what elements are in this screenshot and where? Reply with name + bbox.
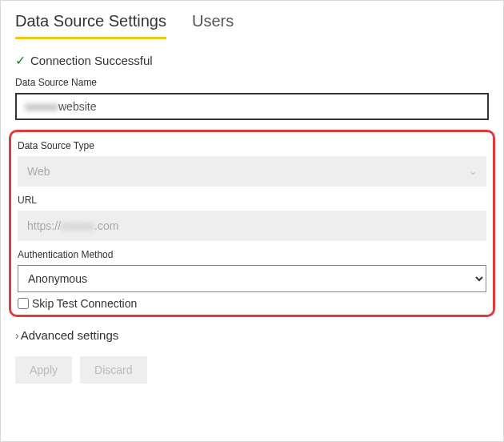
connection-status: ✓ Connection Successful xyxy=(15,54,489,67)
settings-window: Data Source Settings Users ✓ Connection … xyxy=(0,0,504,442)
discard-button[interactable]: Discard xyxy=(80,356,146,384)
connection-status-text: Connection Successful xyxy=(30,54,153,67)
skip-test-connection-label: Skip Test Connection xyxy=(32,297,137,310)
chevron-right-icon: › xyxy=(15,329,19,342)
skip-test-connection-row[interactable]: Skip Test Connection xyxy=(18,297,486,310)
name-suffix: website xyxy=(58,100,96,113)
auth-method-label: Authentication Method xyxy=(18,249,486,260)
url-value: https://xxxxxx.com xyxy=(27,219,118,232)
data-source-name-input[interactable]: xxxxxx website xyxy=(15,93,489,120)
url-label: URL xyxy=(18,195,486,206)
advanced-settings-label: Advanced settings xyxy=(21,328,119,342)
skip-test-connection-checkbox[interactable] xyxy=(18,298,29,309)
tab-data-source-settings[interactable]: Data Source Settings xyxy=(15,7,166,39)
apply-button[interactable]: Apply xyxy=(15,356,72,384)
data-source-type-label: Data Source Type xyxy=(18,140,486,151)
advanced-settings-toggle[interactable]: › Advanced settings xyxy=(15,328,489,342)
data-source-type-value: Web xyxy=(27,165,50,178)
action-buttons: Apply Discard xyxy=(15,356,489,384)
url-input[interactable]: https://xxxxxx.com xyxy=(18,211,486,241)
data-source-type-select[interactable]: Web ⌄ xyxy=(18,156,486,187)
auth-method-select[interactable]: Anonymous xyxy=(18,265,486,292)
data-source-name-label: Data Source Name xyxy=(15,77,489,88)
chevron-down-icon: ⌄ xyxy=(469,166,477,177)
check-icon: ✓ xyxy=(15,54,26,67)
tab-bar: Data Source Settings Users xyxy=(15,7,489,39)
name-redacted: xxxxxx xyxy=(25,100,58,113)
tab-users[interactable]: Users xyxy=(192,7,234,39)
highlight-annotation: Data Source Type Web ⌄ URL https://xxxxx… xyxy=(9,130,495,317)
